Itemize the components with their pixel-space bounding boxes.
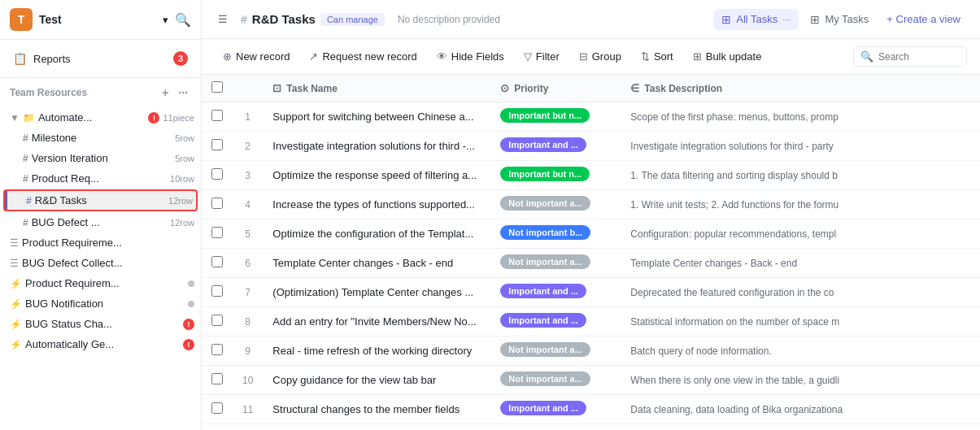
row-checkbox[interactable] <box>211 402 223 414</box>
tasks-table: ⊡ Task Name ⊙ Priority ∈ Task Desc <box>202 75 980 430</box>
desc-text: Statistical information on the number of… <box>630 316 956 328</box>
row-num: 12 <box>233 424 263 431</box>
create-view-label: + Create a view <box>886 13 960 25</box>
row-task-name: Optimize the configuration of the Templa… <box>263 219 490 249</box>
new-record-button[interactable]: ⊕ New record <box>215 46 298 67</box>
bug-status-label: BUG Status Cha... <box>25 318 180 330</box>
search-box[interactable]: 🔍 <box>853 46 967 67</box>
bug-defect-label: BUG Defect ... <box>32 216 167 228</box>
row-checkbox[interactable] <box>211 227 223 238</box>
search-input[interactable] <box>878 51 960 63</box>
request-record-button[interactable]: ↗ Request new record <box>301 46 425 67</box>
auto-gen-dot: ! <box>183 339 194 350</box>
row-desc: Investigate integration solutions for th… <box>621 132 980 161</box>
grid-icon: ⊞ <box>810 13 820 26</box>
row-checkbox[interactable] <box>211 373 223 384</box>
row-desc: Optimize the option order of the dropdow… <box>621 424 980 431</box>
hamburger-button[interactable]: ☰ <box>215 10 231 28</box>
bulk-update-button[interactable]: ⊞ Bulk update <box>685 46 770 67</box>
task-text: Structural changes to the member fields <box>272 403 481 415</box>
filter-label: Filter <box>536 50 560 63</box>
task-col-icon: ⊡ <box>272 82 281 94</box>
row-checkbox[interactable] <box>211 139 223 150</box>
workspace-avatar[interactable]: T <box>10 8 33 31</box>
tab-all-tasks[interactable]: ⊞ All Tasks ··· <box>713 9 799 30</box>
table-row: 7 (Optimization) Template Center changes… <box>202 278 980 307</box>
col-task-label: Task Name <box>286 83 337 94</box>
row-task-name: Copy guidance for the view tab bar <box>263 366 490 395</box>
task-text: Optimize the response speed of filtering… <box>272 169 481 181</box>
hide-fields-button[interactable]: 👁 Hide Fields <box>429 46 512 67</box>
priority-badge: Important and ... <box>500 401 586 415</box>
reports-label: Reports <box>33 53 167 65</box>
col-priority[interactable]: ⊙ Priority <box>490 75 621 102</box>
table-row: 9 Real - time refresh of the working dir… <box>202 337 980 366</box>
task-text: (Optimization) Template Center changes .… <box>272 286 481 298</box>
row-priority: Important and ... <box>490 307 621 337</box>
sidebar-item-bug-defect[interactable]: # BUG Defect ... 12row <box>0 212 201 232</box>
sidebar-item-auto-gen[interactable]: ⚡ Automatically Ge... ! <box>0 334 201 354</box>
sidebar-item-reports[interactable]: 📋 Reports 3 <box>0 46 201 71</box>
row-checkbox[interactable] <box>211 256 223 267</box>
sidebar-item-automate[interactable]: ▼ 📁 Automate... ! 11piece <box>0 107 201 128</box>
sidebar-item-product-req2[interactable]: ☰ Product Requireme... <box>0 232 201 253</box>
task-text: Support for switching between Chinese a.… <box>272 111 481 123</box>
row-checkbox[interactable] <box>211 344 223 355</box>
row-priority: Important and ... <box>490 278 621 307</box>
row-priority: Not important b... <box>490 219 621 249</box>
sidebar-item-bug-collect[interactable]: ☰ BUG Defect Collect... <box>0 253 201 273</box>
row-checkbox-cell <box>202 307 233 337</box>
sort-button[interactable]: ⇅ Sort <box>633 46 682 67</box>
sidebar-item-product-req[interactable]: # Product Req... 10row <box>0 168 201 189</box>
lightning-icon: ⚡ <box>10 298 22 310</box>
grid-icon: ⊞ <box>721 13 731 26</box>
row-checkbox[interactable] <box>211 315 223 326</box>
row-desc: When there is only one view in the table… <box>621 366 980 395</box>
sidebar-item-product-req3[interactable]: ⚡ Product Requirem... <box>0 273 201 293</box>
sidebar-item-version[interactable]: # Version Iteration 5row <box>0 148 201 168</box>
product-req-label: Product Req... <box>32 172 167 185</box>
priority-badge: Not important a... <box>500 342 590 357</box>
row-checkbox[interactable] <box>211 198 223 209</box>
create-view-button[interactable]: + Create a view <box>880 10 967 28</box>
rd-tasks-label: R&D Tasks <box>35 194 165 206</box>
row-checkbox[interactable] <box>211 285 223 297</box>
sidebar-item-bug-status[interactable]: ⚡ BUG Status Cha... ! <box>0 314 201 334</box>
tab-my-tasks[interactable]: ⊞ My Tasks <box>802 9 877 30</box>
row-desc: 1. Write unit tests; 2. Add functions fo… <box>621 190 980 219</box>
filter-button[interactable]: ▽ Filter <box>516 46 568 67</box>
priority-badge: Important and ... <box>500 284 586 298</box>
row-task-name: Investigate integration solutions for th… <box>263 132 490 161</box>
row-checkbox[interactable] <box>211 110 223 121</box>
search-icon[interactable]: 🔍 <box>175 12 191 28</box>
col-task-desc[interactable]: ∈ Task Description <box>621 75 980 102</box>
sidebar-item-rd-tasks[interactable]: # R&D Tasks 12row <box>3 189 198 211</box>
desc-text: When there is only one view in the table… <box>630 375 956 386</box>
row-task-name: Optimize the option order of the dropdow… <box>263 424 490 431</box>
priority-badge: Important but n... <box>500 108 590 123</box>
priority-badge: Important and ... <box>500 137 586 152</box>
more-resource-button[interactable]: ··· <box>175 85 191 101</box>
view-tabs: ⊞ All Tasks ··· ⊞ My Tasks + Create a vi… <box>713 9 967 30</box>
hide-fields-label: Hide Fields <box>451 50 504 63</box>
col-task-name[interactable]: ⊡ Task Name <box>263 75 490 102</box>
group-button[interactable]: ⊟ Group <box>571 46 629 67</box>
row-checkbox[interactable] <box>211 168 223 180</box>
sidebar-item-milestone[interactable]: # Milestone 5row <box>0 128 201 148</box>
select-all-checkbox[interactable] <box>211 81 223 93</box>
add-resource-button[interactable]: + <box>159 85 172 101</box>
version-label: Version Iteration <box>32 152 172 164</box>
tree-items: ▼ 📁 Automate... ! 11piece # Milestone 5r… <box>0 107 201 430</box>
tab-dots[interactable]: ··· <box>782 14 791 25</box>
sidebar-item-bug-notification[interactable]: ⚡ BUG Notification <box>0 293 201 314</box>
page-icon: # <box>241 13 247 26</box>
row-task-name: Real - time refresh of the working direc… <box>263 337 490 366</box>
version-meta: 5row <box>175 154 194 163</box>
group-label: Group <box>592 50 621 63</box>
row-checkbox-cell <box>202 190 233 219</box>
lightning-icon: ⚡ <box>10 319 22 330</box>
bug-defect-meta: 12row <box>170 218 194 228</box>
automate-dot: ! <box>148 112 159 124</box>
reports-badge: 3 <box>173 51 188 66</box>
table-row: 12 Optimize the option order of the drop… <box>202 424 980 431</box>
